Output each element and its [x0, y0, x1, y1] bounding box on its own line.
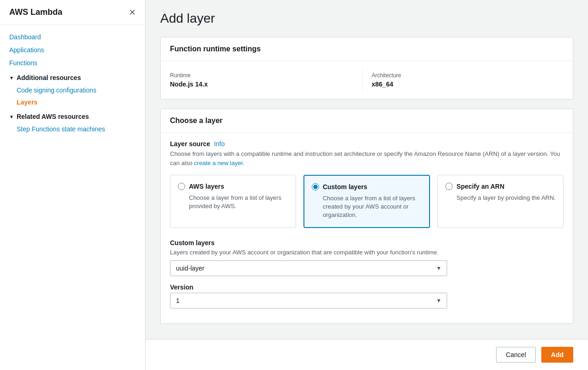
- close-button[interactable]: ✕: [129, 8, 136, 17]
- sidebar-section-additional-label: Additional resources: [17, 74, 81, 81]
- sidebar-header: AWS Lambda ✕: [0, 0, 145, 25]
- runtime-label: Runtime: [170, 72, 362, 79]
- radio-custom-title: Custom layers: [323, 183, 367, 191]
- sidebar-nav: Dashboard Applications Functions ▼ Addit…: [0, 25, 145, 141]
- layer-source-row: Layer source Info: [170, 140, 564, 148]
- radio-card-specify-arn[interactable]: Specify an ARN Specify a layer by provid…: [437, 175, 564, 228]
- runtime-value: Node.js 14.x: [170, 80, 362, 88]
- radio-card-aws-header: AWS layers: [178, 183, 288, 190]
- info-link[interactable]: Info: [214, 140, 224, 148]
- layer-source-label: Layer source: [170, 140, 210, 148]
- choose-layer-card: Choose a layer Layer source Info Choose …: [160, 109, 573, 324]
- custom-layers-desc: Layers created by your AWS account or or…: [170, 248, 564, 257]
- runtime-settings-body: Runtime Node.js 14.x Architecture x86_64: [161, 61, 573, 99]
- radio-options: AWS layers Choose a layer from a list of…: [170, 175, 564, 228]
- custom-layers-field: Custom layers Layers created by your AWS…: [170, 239, 564, 276]
- radio-custom-desc: Choose a layer from a list of layers cre…: [312, 194, 422, 220]
- custom-layers-select[interactable]: uuid-layer: [170, 260, 447, 276]
- choose-layer-title: Choose a layer: [170, 117, 223, 124]
- runtime-col: Runtime Node.js 14.x: [170, 68, 362, 92]
- choose-layer-body: Layer source Info Choose from layers wit…: [161, 133, 573, 323]
- sidebar-section-additional[interactable]: ▼ Additional resources: [0, 69, 145, 84]
- runtime-settings-title: Function runtime settings: [170, 45, 261, 53]
- sidebar-item-layers[interactable]: Layers: [0, 96, 145, 108]
- architecture-label: Architecture: [372, 72, 564, 79]
- radio-arn-desc: Specify a layer by providing the ARN.: [445, 194, 556, 202]
- page-title: Add layer: [160, 11, 573, 26]
- runtime-table: Runtime Node.js 14.x Architecture x86_64: [170, 68, 564, 92]
- radio-arn-title: Specify an ARN: [456, 183, 504, 190]
- cancel-button[interactable]: Cancel: [496, 347, 536, 363]
- sidebar: AWS Lambda ✕ Dashboard Applications Func…: [0, 0, 145, 370]
- radio-aws-layers[interactable]: [178, 183, 185, 190]
- sidebar-title: AWS Lambda: [9, 7, 62, 17]
- sidebar-item-step-functions[interactable]: Step Functions state machines: [0, 123, 145, 135]
- create-new-layer-link[interactable]: create a new layer.: [194, 160, 244, 166]
- version-label: Version: [170, 284, 564, 291]
- sidebar-section-related[interactable]: ▼ Related AWS resources: [0, 108, 145, 123]
- radio-card-aws-layers[interactable]: AWS layers Choose a layer from a list of…: [170, 175, 296, 228]
- add-button[interactable]: Add: [541, 347, 573, 363]
- architecture-value: x86_64: [372, 80, 564, 88]
- sidebar-item-dashboard[interactable]: Dashboard: [0, 31, 145, 43]
- sidebar-item-code-signing[interactable]: Code signing configurations: [0, 84, 145, 96]
- radio-card-custom-layers[interactable]: Custom layers Choose a layer from a list…: [303, 175, 430, 228]
- sidebar-item-functions[interactable]: Functions: [0, 56, 145, 69]
- sidebar-section-related-label: Related AWS resources: [17, 113, 89, 120]
- main-content: Add layer Function runtime settings Runt…: [145, 0, 588, 370]
- footer: Cancel Add: [145, 339, 588, 370]
- version-select[interactable]: 1: [170, 293, 447, 308]
- layer-source-desc: Choose from layers with a compatible run…: [170, 149, 564, 167]
- version-field: Version 1 ▼: [170, 284, 564, 308]
- architecture-col: Architecture x86_64: [362, 68, 564, 92]
- runtime-settings-card: Function runtime settings Runtime Node.j…: [160, 37, 573, 99]
- version-select-wrapper: 1 ▼: [170, 293, 447, 308]
- sidebar-item-applications[interactable]: Applications: [0, 43, 145, 56]
- radio-card-custom-header: Custom layers: [312, 183, 422, 191]
- radio-card-arn-header: Specify an ARN: [445, 183, 556, 190]
- radio-custom-layers[interactable]: [312, 183, 319, 191]
- runtime-settings-header: Function runtime settings: [161, 37, 573, 61]
- radio-aws-desc: Choose a layer from a list of layers pro…: [178, 194, 288, 210]
- arrow-icon-related: ▼: [9, 114, 14, 119]
- custom-layers-select-wrapper: uuid-layer ▼: [170, 260, 447, 276]
- custom-layers-label: Custom layers: [170, 239, 564, 247]
- arrow-icon: ▼: [9, 75, 14, 80]
- radio-aws-title: AWS layers: [189, 183, 224, 190]
- radio-specify-arn[interactable]: [445, 183, 453, 190]
- choose-layer-header: Choose a layer: [161, 109, 573, 133]
